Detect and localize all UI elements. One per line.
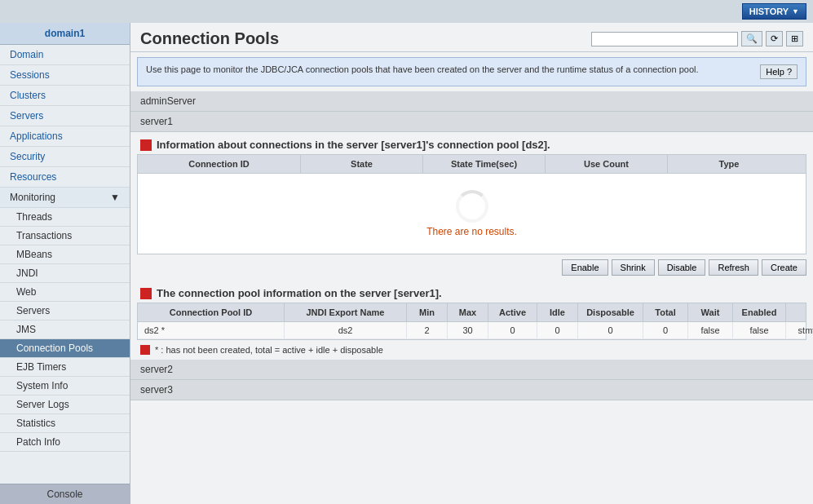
pool-col-extra (786, 303, 813, 321)
sidebar-item-ejb-timers[interactable]: EJB Timers (0, 358, 130, 377)
content-header: Connection Pools 🔍 ⟳ ⊞ (130, 23, 813, 52)
settings-button[interactable]: ⊞ (786, 31, 803, 46)
pool-col-disposable: Disposable (578, 303, 643, 321)
section1-title: Information about connections in the ser… (130, 132, 813, 154)
sidebar: domain1 Domain Sessions Clusters Servers… (0, 23, 130, 504)
sidebar-item-connection-pools[interactable]: Connection Pools (0, 339, 130, 358)
sidebar-item-domain[interactable]: Domain (0, 45, 130, 65)
create-button[interactable]: Create (762, 259, 806, 276)
pool-col-jndi: JNDI Export Name (285, 303, 407, 321)
chevron-down-icon: ▼ (792, 7, 799, 15)
pool-disposable-cell: 0 (578, 322, 643, 338)
col-state: State (301, 155, 423, 173)
pool-col-active: Active (488, 303, 537, 321)
pool-col-wait: Wait (688, 303, 733, 321)
pool-col-min: Min (407, 303, 448, 321)
pool-active-cell: 0 (488, 322, 537, 338)
refresh-icon-button[interactable]: ⟳ (766, 31, 783, 46)
pool-table-header: Connection Pool ID JNDI Export Name Min … (138, 303, 806, 322)
history-button[interactable]: HISTORY ▼ (742, 3, 806, 20)
shrink-button[interactable]: Shrink (612, 259, 655, 276)
sidebar-item-resources[interactable]: Resources (0, 167, 130, 188)
pool-id-cell: ds2 * (138, 322, 285, 338)
sidebar-item-servers2[interactable]: Servers (0, 302, 130, 321)
pool-col-enabled: Enabled (733, 303, 786, 321)
search-input[interactable] (591, 32, 738, 46)
section1-icon (140, 139, 152, 151)
pool-col-total: Total (643, 303, 688, 321)
chevron-icon: ▼ (110, 192, 120, 203)
pool-col-max: Max (448, 303, 488, 321)
sidebar-item-patch-info[interactable]: Patch Info (0, 433, 130, 452)
sidebar-item-mbeans[interactable]: MBeans (0, 245, 130, 264)
page-title: Connection Pools (140, 29, 279, 48)
header-icons: 🔍 ⟳ ⊞ (591, 31, 803, 46)
conn-table-body: There are no results. (138, 174, 806, 254)
info-banner: Use this page to monitor the JDBC/JCA co… (137, 57, 806, 86)
server-row-admin[interactable]: adminServer (130, 91, 813, 112)
disable-button[interactable]: Disable (658, 259, 706, 276)
pool-min-cell: 2 (407, 322, 448, 338)
footnote: * : has not been created, total = active… (130, 340, 813, 360)
sidebar-item-threads[interactable]: Threads (0, 208, 130, 227)
search-button[interactable]: 🔍 (741, 31, 762, 46)
conn-table-header: Connection ID State State Time(sec) Use … (138, 155, 806, 174)
col-state-time: State Time(sec) (423, 155, 546, 173)
pool-col-id: Connection Pool ID (138, 303, 285, 321)
pool-extra-cell: stmt (786, 322, 813, 338)
pool-total-cell: 0 (643, 322, 688, 338)
main-content: Connection Pools 🔍 ⟳ ⊞ Use this page to … (130, 23, 813, 504)
top-bar: HISTORY ▼ (0, 0, 813, 23)
help-button[interactable]: Help ? (760, 64, 798, 79)
col-connection-id: Connection ID (138, 155, 301, 173)
server-row-server3[interactable]: server3 (130, 380, 813, 400)
section2-title: The connection pool information on the s… (130, 281, 813, 303)
sidebar-item-jndi[interactable]: JNDI (0, 264, 130, 283)
action-bar: Enable Shrink Disable Refresh Create (130, 254, 813, 281)
pool-jndi-cell: ds2 (285, 322, 407, 338)
pool-max-cell: 30 (448, 322, 488, 338)
domain-label[interactable]: domain1 (0, 23, 130, 45)
col-type: Type (668, 155, 790, 173)
col-use-count: Use Count (546, 155, 668, 173)
sidebar-item-servers[interactable]: Servers (0, 106, 130, 126)
sidebar-item-jms[interactable]: JMS (0, 321, 130, 339)
sidebar-item-transactions[interactable]: Transactions (0, 227, 130, 245)
sidebar-item-system-info[interactable]: System Info (0, 377, 130, 396)
pool-enabled-cell: false (733, 322, 786, 338)
server-row-server2[interactable]: server2 (130, 360, 813, 380)
sidebar-item-security[interactable]: Security (0, 147, 130, 167)
sidebar-item-monitoring[interactable]: Monitoring ▼ (0, 188, 130, 208)
sidebar-item-web[interactable]: Web (0, 283, 130, 302)
no-results-text: There are no results. (426, 226, 517, 237)
pool-table: Connection Pool ID JNDI Export Name Min … (137, 303, 806, 340)
table-row: ds2 * ds2 2 30 0 0 0 0 false false stmt (138, 322, 806, 339)
pool-col-idle: Idle (537, 303, 578, 321)
console-button[interactable]: Console (0, 484, 130, 504)
server-row-server1[interactable]: server1 (130, 112, 813, 132)
pool-idle-cell: 0 (537, 322, 578, 338)
sidebar-item-server-logs[interactable]: Server Logs (0, 396, 130, 414)
connection-table: Connection ID State State Time(sec) Use … (137, 154, 806, 254)
pool-wait-cell: false (688, 322, 733, 338)
sidebar-item-clusters[interactable]: Clusters (0, 86, 130, 106)
sidebar-item-sessions[interactable]: Sessions (0, 65, 130, 86)
enable-button[interactable]: Enable (562, 259, 608, 276)
loading-spinner (456, 190, 488, 223)
refresh-button[interactable]: Refresh (709, 259, 758, 276)
sidebar-item-applications[interactable]: Applications (0, 126, 130, 147)
section2-icon (140, 288, 152, 299)
footnote-icon (140, 345, 150, 355)
sidebar-item-statistics[interactable]: Statistics (0, 414, 130, 433)
